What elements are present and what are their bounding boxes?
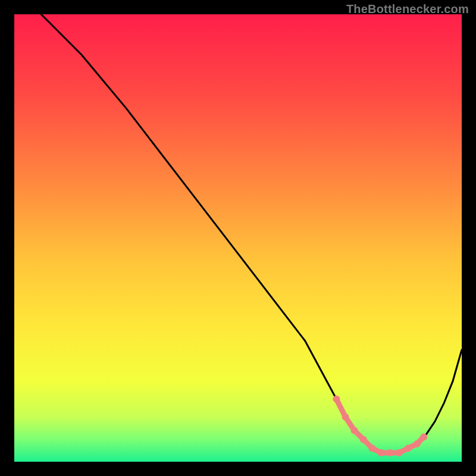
highlight-marker: [420, 434, 427, 441]
chart-svg: [0, 0, 476, 476]
plot-background: [14, 14, 462, 462]
highlight-marker: [414, 440, 421, 447]
highlight-marker: [369, 444, 376, 452]
highlight-marker: [333, 396, 340, 403]
watermark-text: TheBottlenecker.com: [346, 2, 469, 16]
highlight-marker: [351, 427, 358, 434]
highlight-marker: [405, 444, 412, 452]
highlight-marker: [387, 449, 394, 456]
highlight-marker: [396, 449, 403, 456]
highlight-marker: [360, 436, 367, 443]
highlight-marker: [342, 414, 349, 421]
highlight-marker: [378, 449, 385, 456]
chart-stage: TheBottlenecker.com: [0, 0, 476, 476]
